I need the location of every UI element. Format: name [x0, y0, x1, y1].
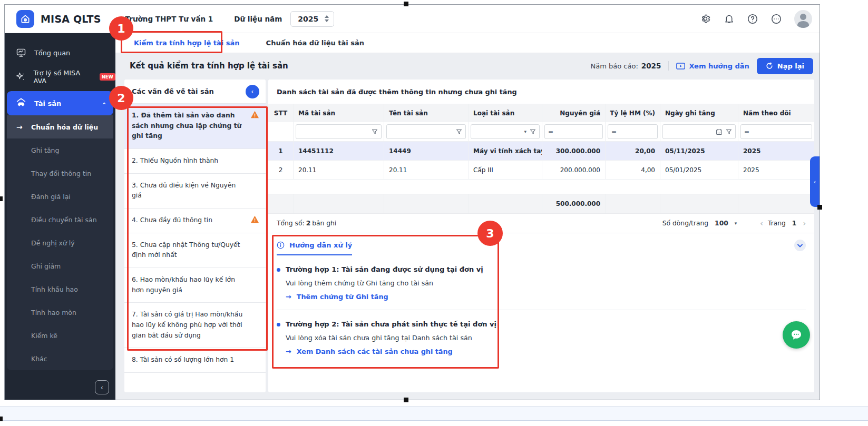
funnel-icon[interactable]: [372, 128, 378, 135]
cell-ngay-ghi-tang: 05/01/2025: [660, 161, 738, 179]
subitem-label: Tính khấu hao: [31, 285, 78, 293]
funnel-icon[interactable]: [456, 128, 462, 135]
issue-label: 4. Chưa đầy đủ thông tin: [132, 216, 212, 224]
screenshot-canvas: MISA QLTS Trường THPT Tư vấn 1 Dữ liệu n…: [0, 0, 868, 426]
guidance-collapse-button[interactable]: [794, 240, 806, 251]
issue-item-1[interactable]: 1. Đã thêm tài sản vào danh sách nhưng c…: [124, 104, 266, 149]
issues-collapse-button[interactable]: ‹: [246, 85, 259, 98]
user-avatar[interactable]: [794, 10, 812, 28]
sidebar-item-assets[interactable]: Tài sản ‹: [7, 91, 113, 115]
chat-support-button[interactable]: [783, 321, 810, 349]
issue-item-2[interactable]: 2. Thiếu Nguồn hình thành: [124, 149, 266, 174]
funnel-icon[interactable]: [726, 128, 732, 135]
sidebar-collapse-button[interactable]: ‹: [95, 380, 109, 394]
sidebar-subitem-de-nghi-xu-ly[interactable]: Đề nghị xử lý: [7, 231, 113, 254]
issue-label: 3. Chưa đủ điều kiện về Nguyên giá: [132, 182, 236, 200]
rows-per-page-value[interactable]: 100: [715, 220, 728, 227]
prev-page-icon[interactable]: ‹: [760, 219, 763, 227]
table-row[interactable]: 1 14451112 14449 Máy vi tính xách tay ..…: [268, 142, 814, 161]
data-year-select[interactable]: 2025: [290, 11, 334, 27]
calendar-icon[interactable]: [716, 128, 723, 135]
app-title: MISA QLTS: [41, 13, 101, 25]
view-asset-list-link[interactable]: →Xem Danh sách các tài sản chưa ghi tăng: [286, 348, 806, 355]
reload-button[interactable]: Nạp lại: [757, 58, 813, 74]
sidebar-subitem-ghi-tang[interactable]: Ghi tăng: [7, 138, 113, 162]
issue-item-5[interactable]: 5. Chưa cập nhật Thông tư/Quyết định mới…: [124, 233, 266, 268]
app-window: MISA QLTS Trường THPT Tư vấn 1 Dữ liệu n…: [4, 4, 820, 400]
page-label: Trang: [768, 220, 786, 227]
equals-icon: =: [548, 128, 553, 135]
col-ten-tai-san[interactable]: Tên tài sản: [384, 104, 469, 122]
case-title: Trường hợp 1: Tài sản đang được sử dụng …: [286, 265, 483, 273]
org-name[interactable]: Trường THPT Tư vấn 1: [125, 15, 213, 23]
add-ghi-tang-link[interactable]: →Thêm chứng từ Ghi tăng: [286, 293, 806, 301]
tab-normalize-data[interactable]: Chuẩn hóa dữ liệu tài sản: [253, 33, 377, 53]
cell-nguyen-gia: 300.000.000: [542, 142, 606, 160]
sidebar-subitem-tinh-hao-mon[interactable]: Tính hao mòn: [7, 301, 113, 324]
sidebar-subitem-ghi-giam[interactable]: Ghi giảm: [7, 254, 113, 278]
subitem-label: Khác: [31, 355, 47, 363]
help-icon[interactable]: [747, 13, 758, 25]
cell-ty-le-hm: 4,00: [606, 161, 660, 179]
sidebar: Tổng quan Trợ lý số MISA AVA NEW Tài sản…: [5, 33, 115, 400]
filter-nam-theo-doi[interactable]: =: [740, 124, 812, 139]
caret-down-icon[interactable]: ▾: [524, 129, 526, 134]
selection-handle[interactable]: [404, 2, 408, 6]
new-badge: NEW: [100, 73, 115, 81]
settings-gear-icon[interactable]: [699, 13, 711, 25]
col-nam-theo-doi[interactable]: Năm theo dõi: [738, 104, 814, 122]
col-ngay-ghi-tang[interactable]: Ngày ghi tăng: [660, 104, 738, 122]
sidebar-subitem-khac[interactable]: Khác: [7, 347, 113, 370]
case-description: Vui lòng thêm chứng từ Ghi tăng cho tài …: [286, 279, 806, 287]
tab-validity-check[interactable]: Kiểm tra tính hợp lệ tài sản: [121, 33, 253, 53]
arrow-right-icon: →: [286, 348, 291, 355]
table-row[interactable]: 2 20.11 20.11 Cấp III 200.000.000 4,00 0…: [268, 161, 814, 180]
sidebar-subitem-danh-gia-lai[interactable]: Đánh giá lại: [7, 185, 113, 208]
issue-item-4[interactable]: 4. Chưa đầy đủ thông tin: [124, 209, 266, 233]
col-ty-le-hm[interactable]: Tỷ lệ HM (%): [606, 104, 660, 122]
selection-handle[interactable]: [817, 205, 822, 210]
sidebar-subitem-kiem-ke[interactable]: Kiểm kê: [7, 324, 113, 347]
issue-item-6[interactable]: 6. Hao mòn/khấu hao lũy kế lớn hơn nguyê…: [124, 268, 266, 303]
issue-label: 8. Tài sản có số lượng lớn hơn 1: [132, 356, 234, 363]
col-stt[interactable]: STT: [268, 104, 294, 122]
cell-ngay-ghi-tang: 05/11/2025: [660, 142, 738, 160]
issue-item-8[interactable]: 8. Tài sản có số lượng lớn hơn 1: [124, 348, 266, 373]
filter-nguyen-gia[interactable]: =: [544, 124, 603, 139]
cell-nam-theo-doi: 2025: [738, 161, 814, 179]
next-page-icon[interactable]: ›: [803, 219, 806, 227]
col-nguyen-gia[interactable]: Nguyên giá: [542, 104, 606, 122]
page-number[interactable]: 1: [792, 220, 797, 227]
funnel-icon[interactable]: [530, 128, 536, 135]
guidance-case-2: Trường hợp 2: Tài sản chưa phát sinh thự…: [277, 320, 806, 355]
caret-down-icon[interactable]: ▾: [735, 221, 737, 226]
issue-item-3[interactable]: 3. Chưa đủ điều kiện về Nguyên giá: [124, 174, 266, 209]
guidance-tab[interactable]: Hướng dẫn xử lý: [277, 241, 352, 255]
filter-ty-le-hm[interactable]: =: [608, 124, 658, 139]
selection-handle[interactable]: [0, 196, 3, 201]
spinner-icon[interactable]: [325, 15, 329, 22]
sidebar-subitem-tinh-khau-hao[interactable]: Tính khấu hao: [7, 278, 113, 301]
warning-icon: [250, 215, 259, 227]
col-loai-tai-san[interactable]: Loại tài sản: [469, 104, 542, 122]
col-ma-tai-san[interactable]: Mã tài sản: [294, 104, 384, 122]
issue-item-7[interactable]: 7. Tài sản có giá trị Hao mòn/khấu hao l…: [124, 303, 266, 348]
sidebar-item-ava[interactable]: Trợ lý số MISA AVA NEW: [5, 65, 115, 89]
more-options-icon[interactable]: [771, 13, 782, 25]
data-year-label: Dữ liệu năm: [234, 15, 282, 23]
sidebar-item-overview[interactable]: Tổng quan: [5, 41, 115, 65]
right-panel-toggle[interactable]: ‹: [810, 156, 820, 207]
records-label: bản ghi: [312, 220, 336, 227]
filter-ngay-ghi-tang[interactable]: [662, 124, 736, 139]
notifications-bell-icon[interactable]: [723, 13, 735, 25]
sidebar-subitem-thay-doi-thong-tin[interactable]: Thay đổi thông tin: [7, 162, 113, 185]
sidebar-subitem-dieu-chuyen-tai-san[interactable]: Điều chuyển tài sản: [7, 208, 113, 231]
selection-handle[interactable]: [0, 417, 3, 421]
page-bottom-strip: [0, 407, 868, 421]
filter-ten-tai-san[interactable]: [386, 124, 466, 139]
view-guide-link[interactable]: Xem hướng dẫn: [676, 62, 749, 70]
selection-handle[interactable]: [404, 398, 408, 402]
sidebar-subitem-chuan-hoa-du-lieu[interactable]: →Chuẩn hóa dữ liệu: [7, 115, 113, 138]
filter-ma-tai-san[interactable]: [296, 124, 382, 139]
filter-loai-tai-san[interactable]: ▾: [471, 124, 540, 139]
